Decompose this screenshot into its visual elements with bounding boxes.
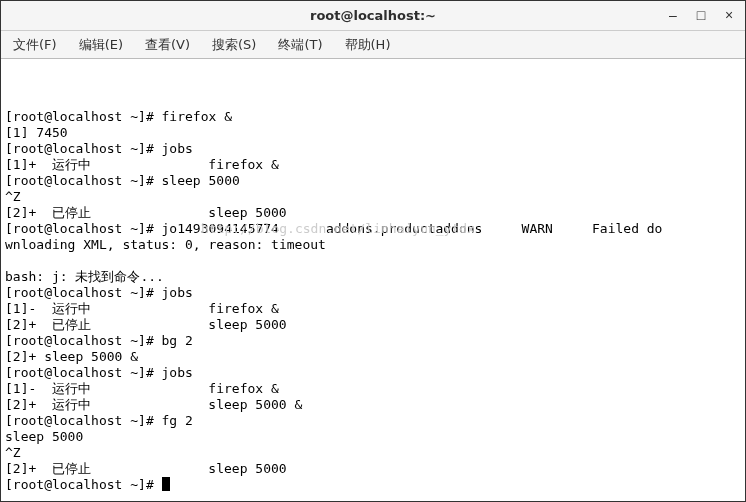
menu-view[interactable]: 查看(V) [141,34,194,56]
terminal-line: [root@localhost ~]# sleep 5000 [5,173,741,189]
menu-edit[interactable]: 编辑(E) [75,34,127,56]
terminal-line: [root@localhost ~]# jobs [5,365,741,381]
terminal-line: [2]+ 已停止 sleep 5000 [5,205,741,221]
terminal-line [5,253,741,269]
close-button[interactable]: × [719,5,739,25]
terminal-content: [root@localhost ~]# firefox &[1] 7450[ro… [5,109,741,493]
terminal-line: [root@localhost ~]# firefox & [5,109,741,125]
maximize-button[interactable]: □ [691,5,711,25]
terminal-line: [2]+ 运行中 sleep 5000 & [5,397,741,413]
menu-terminal[interactable]: 终端(T) [274,34,326,56]
menu-search[interactable]: 搜索(S) [208,34,260,56]
terminal-line: [1] 7450 [5,125,741,141]
terminal-line: [2]+ 已停止 sleep 5000 [5,317,741,333]
terminal-line: ^Z [5,445,741,461]
window-titlebar: root@localhost:~ – □ × [1,1,745,31]
terminal-line: [1]- 运行中 firefox & [5,301,741,317]
terminal-area[interactable]: http://blog.csdn.net/linhaiyun_ytdx [roo… [1,59,745,502]
menu-help[interactable]: 帮助(H) [341,34,395,56]
terminal-line: [1]- 运行中 firefox & [5,381,741,397]
terminal-line: [root@localhost ~]# jo1493094145774 addo… [5,221,741,237]
window-title: root@localhost:~ [310,8,436,23]
cursor-icon [162,477,170,491]
window-controls: – □ × [663,5,739,25]
menu-file[interactable]: 文件(F) [9,34,61,56]
terminal-line: [root@localhost ~]# jobs [5,141,741,157]
terminal-line: [root@localhost ~]# jobs [5,285,741,301]
minimize-button[interactable]: – [663,5,683,25]
menubar: 文件(F) 编辑(E) 查看(V) 搜索(S) 终端(T) 帮助(H) [1,31,745,59]
terminal-line: ^Z [5,189,741,205]
terminal-line: [root@localhost ~]# [5,477,741,493]
terminal-line: [2]+ sleep 5000 & [5,349,741,365]
terminal-line: [1]+ 运行中 firefox & [5,157,741,173]
terminal-line: [root@localhost ~]# fg 2 [5,413,741,429]
terminal-line: wnloading XML, status: 0, reason: timeou… [5,237,741,253]
terminal-line: [root@localhost ~]# bg 2 [5,333,741,349]
terminal-line: [2]+ 已停止 sleep 5000 [5,461,741,477]
terminal-line: sleep 5000 [5,429,741,445]
terminal-line: bash: j: 未找到命令... [5,269,741,285]
